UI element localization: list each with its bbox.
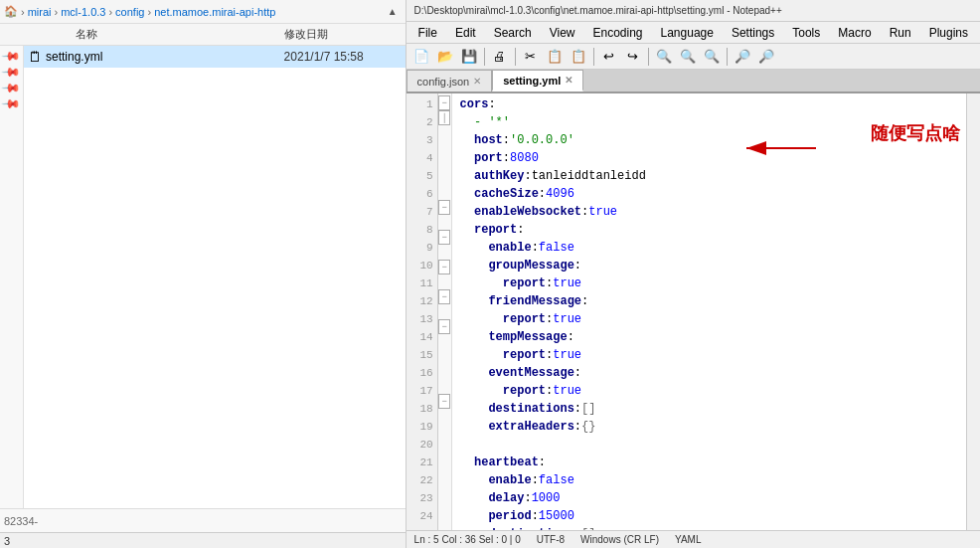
fold-marker-29: [438, 513, 450, 528]
line-number-1: 1: [407, 95, 433, 113]
code-line-18[interactable]: destinations: []: [460, 400, 966, 418]
menu-edit[interactable]: Edit: [447, 24, 484, 42]
toolbar-sep-4: [648, 48, 649, 66]
toolbar-redo[interactable]: ↪: [622, 47, 644, 67]
fold-marker-1[interactable]: −: [438, 95, 450, 110]
code-line-3[interactable]: host: '0.0.0.0': [460, 131, 966, 149]
toolbar-findinfiles[interactable]: 🔍: [701, 47, 723, 67]
line-number-13: 13: [407, 310, 433, 328]
toolbar-undo[interactable]: ↩: [598, 47, 620, 67]
code-content[interactable]: cors: - '*' host: '0.0.0.0' port: 8080 a…: [452, 93, 966, 530]
code-line-23[interactable]: delay: 1000: [460, 489, 966, 507]
pin-icon-4[interactable]: 📌: [2, 93, 21, 112]
breadcrumb-item-4[interactable]: net.mamoe.mirai-api-http: [154, 6, 275, 18]
menu-settings[interactable]: Settings: [724, 24, 782, 42]
code-line-15[interactable]: report: true: [460, 346, 966, 364]
menu-search[interactable]: Search: [486, 24, 540, 42]
fold-marker-12[interactable]: −: [438, 260, 450, 274]
line-number-17: 17: [407, 382, 433, 400]
file-name-yml: setting.yml: [46, 50, 276, 64]
code-line-9[interactable]: enable: false: [460, 239, 966, 257]
code-line-10[interactable]: groupMessage:: [460, 257, 966, 274]
tab-config-json-close[interactable]: ✕: [473, 77, 481, 87]
code-line-16[interactable]: eventMessage:: [460, 364, 966, 382]
menu-language[interactable]: Language: [653, 24, 722, 42]
code-line-22[interactable]: enable: false: [460, 471, 966, 489]
code-line-6[interactable]: cacheSize: 4096: [460, 185, 966, 203]
file-icon-yml: 🗒: [28, 49, 42, 65]
menu-tools[interactable]: Tools: [784, 24, 828, 42]
toolbar-sep-1: [484, 48, 485, 66]
tab-setting-yml[interactable]: setting.yml ✕: [492, 70, 583, 91]
fold-marker-19: [438, 364, 450, 379]
code-line-19[interactable]: extraHeaders: {}: [460, 418, 966, 436]
menu-run[interactable]: Run: [882, 24, 919, 42]
fold-marker-15: [438, 304, 450, 319]
tab-config-json[interactable]: config.json ✕: [407, 70, 493, 91]
file-row-setting-yml[interactable]: 🗒 setting.yml 2021/1/7 15:58: [24, 46, 406, 68]
line-number-23: 23: [407, 489, 433, 507]
fold-marker-25: [438, 454, 450, 468]
fold-marker-14[interactable]: −: [438, 289, 450, 304]
toolbar-copy[interactable]: 📋: [544, 47, 566, 67]
code-line-7[interactable]: enableWebsocket: true: [460, 203, 966, 221]
code-line-12[interactable]: friendMessage:: [460, 292, 966, 310]
menu-view[interactable]: View: [542, 24, 583, 42]
breadcrumb-item-2[interactable]: mcl-1.0.3: [61, 6, 105, 18]
line-number-6: 6: [407, 185, 433, 203]
breadcrumb-root-icon[interactable]: 🏠: [4, 5, 18, 18]
code-line-20[interactable]: [460, 436, 966, 454]
toolbar-cut[interactable]: ✂: [520, 47, 542, 67]
code-line-5[interactable]: authKey: tanleiddtanleidd: [460, 167, 966, 185]
menu-bar: File Edit Search View Encoding Language …: [407, 22, 980, 44]
code-line-21[interactable]: heartbeat:: [460, 454, 966, 471]
code-line-8[interactable]: report:: [460, 221, 966, 239]
fold-marker-23: [438, 424, 450, 439]
fold-marker-2[interactable]: │: [438, 110, 450, 125]
status-encoding: UTF-8: [537, 534, 565, 545]
toolbar-paste[interactable]: 📋: [568, 47, 589, 67]
code-line-4[interactable]: port: 8080: [460, 149, 966, 167]
fold-marker-20: [438, 379, 450, 394]
code-line-14[interactable]: tempMessage:: [460, 328, 966, 346]
toolbar-zoom-in[interactable]: 🔎: [732, 47, 753, 67]
toolbar-new[interactable]: 📄: [410, 47, 432, 67]
code-line-25[interactable]: destinations: []: [460, 525, 966, 530]
breadcrumb-item-3[interactable]: config: [115, 6, 144, 18]
menu-encoding[interactable]: Encoding: [584, 24, 650, 42]
toolbar-save[interactable]: 💾: [458, 47, 480, 67]
line-number-15: 15: [407, 346, 433, 364]
code-line-2[interactable]: - '*': [460, 113, 966, 131]
col-name-header: 名称: [48, 27, 276, 42]
breadcrumb-dropdown-icon[interactable]: ▲: [384, 6, 402, 17]
fold-marker-16[interactable]: −: [438, 319, 450, 334]
code-line-17[interactable]: report: true: [460, 382, 966, 400]
menu-file[interactable]: File: [410, 24, 445, 42]
fold-marker-21[interactable]: −: [438, 394, 450, 409]
line-number-24: 24: [407, 507, 433, 525]
code-line-1[interactable]: cors:: [460, 95, 966, 113]
code-line-13[interactable]: report: true: [460, 310, 966, 328]
fold-marker-9: [438, 215, 450, 230]
code-line-11[interactable]: report: true: [460, 274, 966, 292]
toolbar-replace[interactable]: 🔍: [677, 47, 699, 67]
toolbar-sep-5: [727, 48, 728, 66]
notepad-title-text: D:\Desktop\mirai\mcl-1.0.3\config\net.ma…: [414, 5, 782, 16]
fold-marker-10[interactable]: −: [438, 230, 450, 245]
scrollbar-vertical[interactable]: [966, 93, 980, 530]
toolbar-print[interactable]: 🖨: [489, 47, 511, 67]
tab-setting-yml-close[interactable]: ✕: [565, 76, 572, 86]
fold-marker-8[interactable]: −: [438, 200, 450, 215]
menu-macro[interactable]: Macro: [830, 24, 879, 42]
toolbar-zoom-out[interactable]: 🔎: [755, 47, 777, 67]
code-editor[interactable]: 1234567891011121314151617181920212223242…: [407, 93, 980, 530]
code-line-24[interactable]: period: 15000: [460, 507, 966, 525]
menu-plugins[interactable]: Plugins: [921, 24, 976, 42]
toolbar-open[interactable]: 📂: [434, 47, 456, 67]
fold-marker-26: [438, 468, 450, 483]
toolbar-find[interactable]: 🔍: [653, 47, 675, 67]
line-number-14: 14: [407, 328, 433, 346]
breadcrumb-item-1[interactable]: mirai: [28, 6, 52, 18]
fold-marker-27: [438, 483, 450, 498]
fold-marker-6: [438, 170, 450, 185]
